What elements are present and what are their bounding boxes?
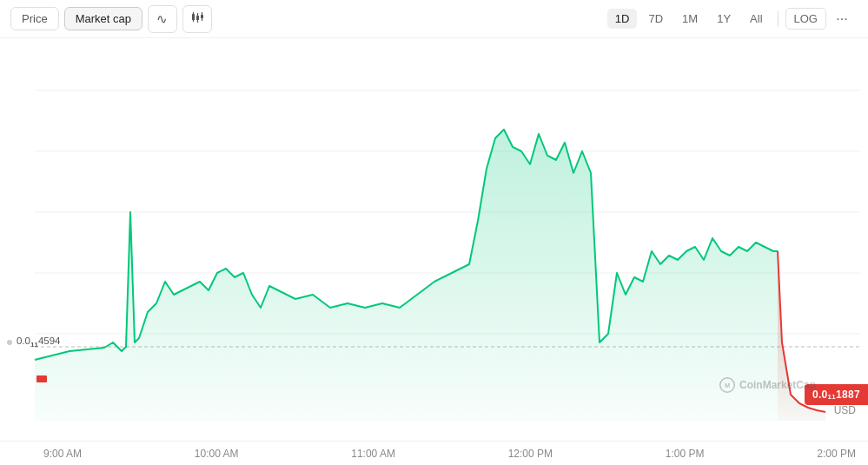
xaxis: 9:00 AM 10:00 AM 11:00 AM 12:00 PM 1:00 … <box>0 441 868 465</box>
svg-text:M: M <box>725 382 730 389</box>
xaxis-label-0: 9:00 AM <box>43 448 82 460</box>
period-1y-button[interactable]: 1Y <box>709 9 739 29</box>
svg-rect-3 <box>196 16 199 20</box>
line-chart-button[interactable]: ∿ <box>148 5 177 33</box>
cmc-logo-icon: M <box>719 377 735 393</box>
period-1d-button[interactable]: 1D <box>607 9 638 29</box>
svg-rect-15 <box>36 375 47 382</box>
svg-rect-0 <box>192 14 195 20</box>
candle-chart-icon <box>190 10 204 27</box>
tab-price[interactable]: Price <box>10 7 59 30</box>
xaxis-label-5: 2:00 PM <box>817 448 856 460</box>
svg-rect-6 <box>201 15 203 18</box>
tab-marketcap[interactable]: Market cap <box>64 7 142 30</box>
chart-area: 0.0114594 0.0111887 M CoinMarketCap USD <box>0 38 868 441</box>
coinmarketcap-watermark: M CoinMarketCap <box>719 377 816 393</box>
price-value: 0.0114594 <box>17 335 61 349</box>
xaxis-label-1: 10:00 AM <box>195 448 239 460</box>
toolbar-left: Price Market cap ∿ <box>10 5 212 33</box>
toolbar: Price Market cap ∿ <box>0 0 868 38</box>
xaxis-label-3: 12:00 PM <box>508 448 553 460</box>
xaxis-label-2: 11:00 AM <box>351 448 395 460</box>
chart-container: Price Market cap ∿ <box>0 0 868 465</box>
line-chart-icon: ∿ <box>156 11 168 27</box>
period-all-button[interactable]: All <box>742 9 770 29</box>
watermark-text: CoinMarketCap <box>739 379 816 391</box>
price-dot <box>7 340 12 345</box>
toolbar-right: 1D 7D 1M 1Y All LOG ··· <box>607 7 854 31</box>
period-1m-button[interactable]: 1M <box>674 9 706 29</box>
candle-chart-button[interactable] <box>182 5 212 33</box>
xaxis-label-4: 1:00 PM <box>666 448 705 460</box>
more-button[interactable]: ··· <box>830 7 854 31</box>
currency-label: USD <box>834 404 856 416</box>
toolbar-divider <box>778 11 779 27</box>
log-button[interactable]: LOG <box>785 8 826 30</box>
period-7d-button[interactable]: 7D <box>640 9 671 29</box>
price-level-label: 0.0114594 <box>7 335 61 349</box>
